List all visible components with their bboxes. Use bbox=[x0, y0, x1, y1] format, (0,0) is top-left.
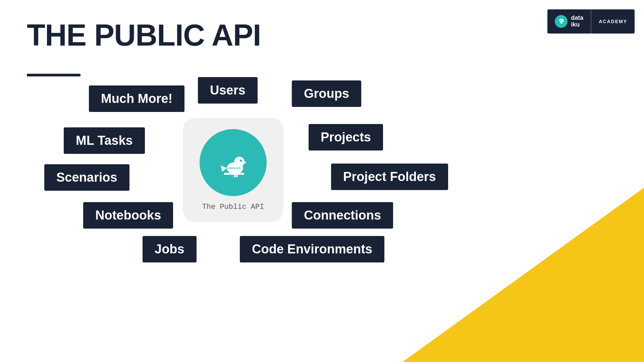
logo-academy-label: ACADEMY bbox=[591, 19, 635, 24]
svg-marker-3 bbox=[221, 165, 227, 172]
logo-area: data iku ACADEMY bbox=[547, 9, 635, 34]
logo-brand: data iku bbox=[547, 15, 591, 28]
tag-project-folders: Project Folders bbox=[331, 164, 448, 190]
center-card-label: The Public API bbox=[202, 203, 264, 211]
svg-rect-8 bbox=[236, 174, 237, 177]
center-bird-icon bbox=[215, 144, 252, 181]
tag-ml-tasks: ML Tasks bbox=[64, 127, 145, 154]
svg-rect-7 bbox=[234, 174, 235, 177]
svg-point-6 bbox=[240, 160, 242, 162]
tag-jobs: Jobs bbox=[143, 236, 197, 262]
center-card: The Public API bbox=[183, 118, 283, 222]
tag-code-environments: Code Environments bbox=[240, 236, 384, 262]
tag-notebooks: Notebooks bbox=[83, 202, 173, 229]
logo-bird-icon bbox=[555, 15, 568, 28]
tag-groups: Groups bbox=[292, 80, 361, 107]
svg-marker-2 bbox=[244, 161, 247, 164]
bird-svg bbox=[557, 18, 565, 25]
tag-scenarios: Scenarios bbox=[44, 164, 129, 191]
tag-much-more: Much More! bbox=[89, 85, 184, 112]
logo-text: data iku bbox=[571, 15, 583, 28]
tag-projects: Projects bbox=[309, 124, 383, 150]
tag-users: Users bbox=[198, 77, 258, 104]
page-title: THE PUBLIC API bbox=[27, 20, 261, 50]
title-underline bbox=[27, 74, 80, 76]
tag-connections: Connections bbox=[292, 202, 393, 229]
center-card-icon-circle bbox=[200, 129, 267, 196]
yellow-triangle-decoration bbox=[402, 188, 644, 362]
svg-point-1 bbox=[234, 157, 245, 167]
